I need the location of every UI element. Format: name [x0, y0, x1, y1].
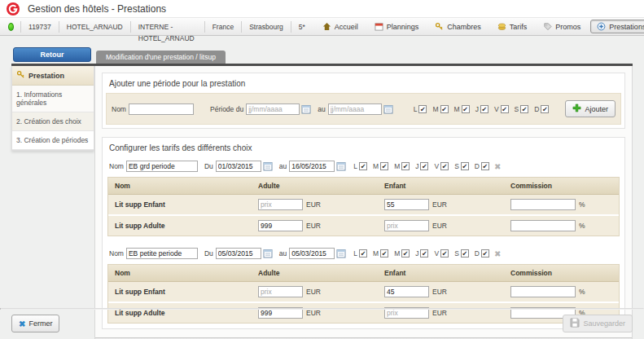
- weekday-label: L: [353, 249, 357, 258]
- nav-prestations[interactable]: Prestations: [590, 20, 644, 33]
- hotel-country: France: [204, 21, 241, 33]
- nav-plannings[interactable]: Plannings: [368, 20, 426, 33]
- sidebar-step-creation-des-choix[interactable]: 2. Création des choix: [12, 112, 94, 131]
- table-row: Lit supp Enfant EUR EUR %: [108, 282, 619, 303]
- configure-title: Configurer les tarifs des différents cho…: [106, 141, 621, 157]
- weekday-selector: L✔ M✔ M✔ J✔ V✔ S✔ D✔: [410, 105, 550, 113]
- weekday-checkbox[interactable]: ✔: [401, 162, 410, 170]
- promo-tag-icon: [543, 22, 552, 31]
- calendar-picker-icon[interactable]: [383, 104, 393, 114]
- column-header-enfant: Enfant: [378, 265, 504, 281]
- sauvegarder-button[interactable]: Sauvegarder: [563, 315, 633, 332]
- table-row: Lit supp Adulte EUR EUR %: [108, 216, 619, 236]
- adulte-price-input[interactable]: [258, 286, 303, 297]
- calendar-picker-icon[interactable]: [263, 249, 273, 258]
- key-icon: [435, 22, 444, 31]
- weekday-checkbox[interactable]: ✔: [481, 162, 489, 170]
- calendar-picker-icon[interactable]: [301, 104, 311, 114]
- sidebar-step-creation-de-periodes[interactable]: 3. Création de périodes: [12, 131, 94, 150]
- calendar-icon: [375, 22, 383, 31]
- calendar-picker-icon[interactable]: [336, 249, 346, 258]
- delete-period-icon[interactable]: ✖: [494, 249, 501, 258]
- weekday-checkbox[interactable]: ✔: [401, 249, 410, 258]
- weekday-label: S: [454, 249, 459, 258]
- currency-label: EUR: [306, 222, 321, 230]
- weekday-checkbox[interactable]: ✔: [420, 162, 428, 170]
- adulte-price-input[interactable]: [258, 220, 303, 231]
- weekday-checkbox[interactable]: ✔: [541, 105, 549, 113]
- app-logo-icon: [7, 2, 20, 15]
- weekday-checkbox[interactable]: ✔: [440, 162, 449, 170]
- period-to-input[interactable]: [289, 161, 335, 172]
- weekday-checkbox[interactable]: ✔: [461, 249, 469, 258]
- weekday-checkbox[interactable]: ✔: [420, 249, 428, 258]
- calendar-picker-icon[interactable]: [263, 161, 273, 171]
- currency-label: EUR: [306, 288, 321, 296]
- nav-accueil[interactable]: Accueil: [316, 20, 365, 33]
- weekday-checkbox[interactable]: ✔: [380, 162, 388, 170]
- nav-chambres[interactable]: Chambres: [428, 20, 488, 33]
- nav-promos[interactable]: Promos: [537, 20, 587, 33]
- calendar-picker-icon[interactable]: [336, 161, 346, 171]
- configure-tarifs-section: Configurer les tarifs des différents cho…: [102, 137, 625, 329]
- weekday-checkbox[interactable]: ✔: [480, 105, 488, 113]
- column-header-commission: Commission: [504, 265, 619, 281]
- au-label: au: [279, 162, 287, 170]
- panel-top: Retour Modification d'une prestation / l…: [11, 47, 633, 66]
- column-header-adulte: Adulte: [252, 178, 378, 194]
- weekday-checkbox[interactable]: ✔: [481, 249, 489, 258]
- du-label: Du: [204, 162, 213, 170]
- fermer-button[interactable]: ✖ Fermer: [11, 315, 59, 332]
- period-from-input[interactable]: [216, 248, 261, 259]
- period-to-input[interactable]: [289, 248, 335, 259]
- weekday-checkbox[interactable]: ✔: [440, 249, 449, 258]
- period-from-input[interactable]: [216, 161, 261, 172]
- weekday-label: V: [434, 249, 439, 258]
- weekday-label: M: [394, 249, 400, 258]
- weekday-label: J: [415, 162, 418, 170]
- percent-label: %: [579, 288, 585, 296]
- weekday-checkbox[interactable]: ✔: [462, 105, 470, 113]
- weekday-label: M: [373, 162, 379, 170]
- weekday-label: V: [434, 162, 439, 170]
- page-title: Gestion des hôtels - Prestations: [28, 3, 166, 15]
- weekday-label: D: [475, 162, 480, 170]
- period-name-input[interactable]: [126, 161, 198, 172]
- hotel-info: 119737 HOTEL_ARNAUD INTERNE - HOTEL_ARNA…: [5, 18, 313, 35]
- save-disk-icon: [570, 318, 580, 329]
- weekday-checkbox[interactable]: ✔: [359, 249, 367, 258]
- column-header-commission: Commission: [504, 178, 619, 194]
- main-nav: Accueil Plannings Chambres Tarifs Promos…: [313, 20, 644, 33]
- weekday-label: D: [534, 105, 539, 113]
- weekday-checkbox[interactable]: ✔: [461, 162, 469, 170]
- sidebar-step-informations-generales[interactable]: 1. Informations générales: [12, 86, 94, 112]
- adulte-price-input[interactable]: [258, 199, 303, 210]
- periode-au-input[interactable]: [328, 103, 382, 115]
- ajouter-button[interactable]: Ajouter: [565, 100, 616, 117]
- commission-input[interactable]: [510, 286, 576, 297]
- period-nom-input[interactable]: [129, 103, 194, 115]
- nav-tarifs[interactable]: Tarifs: [491, 20, 534, 33]
- coins-icon: [497, 22, 506, 31]
- weekday-checkbox[interactable]: ✔: [440, 105, 449, 113]
- retour-button[interactable]: Retour: [13, 47, 91, 62]
- percent-label: %: [579, 200, 585, 209]
- tab-modification-prestation[interactable]: Modification d'une prestation / litsup: [96, 51, 226, 64]
- hotel-city: Strasbourg: [241, 21, 291, 33]
- weekday-checkbox[interactable]: ✔: [359, 162, 367, 170]
- delete-period-icon[interactable]: ✖: [494, 162, 501, 171]
- periode-du-input[interactable]: [246, 103, 300, 115]
- home-icon: [322, 22, 331, 31]
- enfant-price-input[interactable]: [384, 199, 429, 210]
- period-name-input[interactable]: [126, 248, 198, 259]
- commission-input[interactable]: [510, 220, 576, 231]
- enfant-price-input[interactable]: [384, 220, 429, 231]
- enfant-price-input[interactable]: [384, 286, 429, 297]
- weekday-checkbox[interactable]: ✔: [520, 105, 528, 113]
- weekday-checkbox[interactable]: ✔: [501, 105, 509, 113]
- weekday-checkbox[interactable]: ✔: [380, 249, 388, 258]
- currency-label: EUR: [432, 222, 447, 230]
- weekday-checkbox[interactable]: ✔: [418, 105, 427, 113]
- tarifs-table: Nom Adulte Enfant Commission Lit supp En…: [107, 177, 620, 236]
- commission-input[interactable]: [510, 199, 576, 210]
